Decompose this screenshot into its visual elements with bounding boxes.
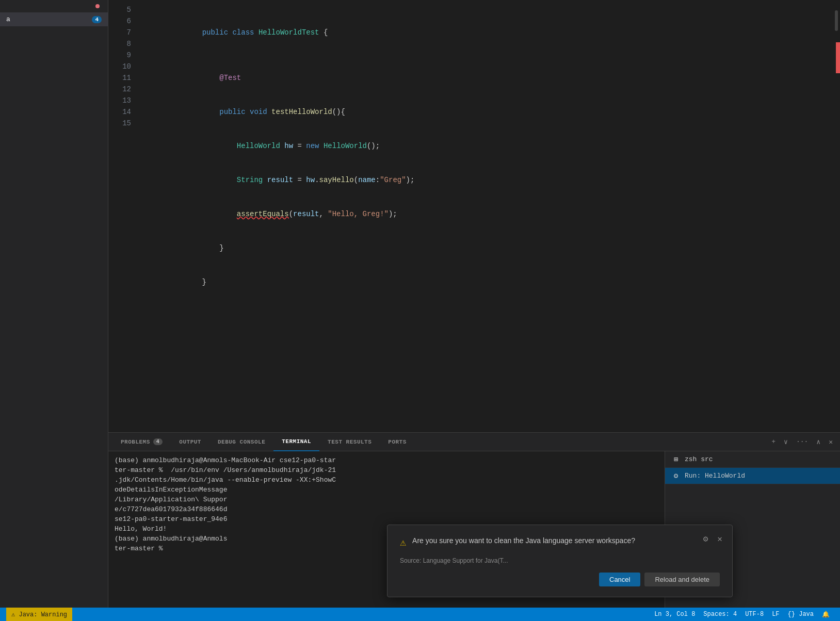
terminal-instance-run[interactable]: ⚙ Run: HelloWorld — [665, 468, 840, 484]
code-line-15 — [139, 299, 833, 310]
tab-debug-console[interactable]: DEBUG CONSOLE — [209, 433, 273, 451]
run-icon: ⚙ — [671, 471, 681, 480]
code-content: public class HelloWorldTest { @Test publ… — [139, 0, 833, 432]
dialog-header: ⚠ Are you sure you want to clean the Jav… — [400, 535, 720, 549]
new-terminal-button[interactable]: + — [768, 436, 779, 448]
tab-ports-label: PORTS — [388, 439, 407, 445]
terminal-instance-zsh[interactable]: ⊞ zsh src — [665, 451, 840, 468]
sidebar-top-dot — [0, 0, 108, 12]
status-encoding-label: UTF-8 — [745, 611, 764, 618]
sidebar-item-label: a — [6, 15, 10, 23]
dialog-buttons: Cancel Reload and delete — [400, 573, 720, 586]
status-spaces-label: Spaces: 4 — [703, 611, 737, 618]
dialog-overlay: ⚙ ✕ ⚠ Are you sure you want to clean the… — [387, 525, 840, 597]
tab-test-results[interactable]: TEST RESULTS — [319, 433, 380, 451]
sidebar: a 4 — [0, 0, 108, 608]
status-bar: ⚠ Java: Warning Ln 3, Col 8 Spaces: 4 UT… — [0, 608, 840, 621]
terminal-line-2: ter-master % /usr/bin/env /Users/anmolbu… — [115, 465, 658, 475]
status-ln-col-label: Ln 3, Col 8 — [654, 611, 695, 618]
status-bell[interactable]: 🔔 — [818, 608, 834, 621]
sidebar-badge: 4 — [92, 16, 102, 23]
line-numbers: 5 6 7 8 9 10 11 12 13 14 15 — [108, 0, 139, 432]
terminal-line-5: /Library/Application\ Suppor — [115, 495, 658, 504]
tab-problems-badge: 4 — [153, 438, 163, 445]
warning-icon: ⚠ — [400, 536, 406, 549]
reload-and-delete-button[interactable]: Reload and delete — [644, 573, 720, 586]
terminal-instance-run-label: Run: HelloWorld — [685, 472, 745, 480]
tab-test-results-label: TEST RESULTS — [328, 439, 371, 445]
terminal-icon: ⊞ — [671, 455, 681, 464]
terminal-line-1: (base) anmolbudhiraja@Anmols-MacBook-Air… — [115, 455, 658, 465]
code-line-13: } — [139, 231, 833, 265]
panel-tab-actions: + ∨ ··· ∧ ✕ — [768, 436, 836, 448]
terminal-line-3: .jdk/Contents/Home/bin/java --enable-pre… — [115, 475, 658, 485]
status-ln-col[interactable]: Ln 3, Col 8 — [650, 608, 699, 621]
tab-output-label: OUTPUT — [179, 439, 201, 445]
dialog-message: Are you sure you want to clean the Java … — [412, 535, 635, 546]
code-line-7 — [139, 50, 833, 61]
tab-terminal-label: TERMINAL — [282, 438, 311, 445]
dot-indicator — [95, 4, 100, 8]
code-line-11: String result = hw.sayHello(name:"Greg")… — [139, 163, 833, 197]
code-line-10: HelloWorld hw = new HelloWorld(); — [139, 129, 833, 163]
status-encoding[interactable]: UTF-8 — [741, 608, 768, 621]
scrollbar-thumb[interactable] — [835, 10, 838, 31]
code-line-12: assertEquals(result, "Hello, Greg!"); — [139, 197, 833, 231]
status-spaces[interactable]: Spaces: 4 — [699, 608, 741, 621]
tab-problems-label: PROBLEMS — [121, 439, 150, 445]
maximize-panel-button[interactable]: ∧ — [813, 436, 823, 448]
close-panel-button[interactable]: ✕ — [826, 436, 836, 448]
status-warning-item[interactable]: ⚠ Java: Warning — [6, 608, 72, 621]
terminal-line-6: e/c7727dea6017932a34f886646d — [115, 504, 658, 514]
dialog-settings-icon[interactable]: ⚙ — [701, 532, 711, 546]
status-right: Ln 3, Col 8 Spaces: 4 UTF-8 LF {} Java 🔔 — [650, 608, 834, 621]
dialog-icons: ⚙ ✕ — [701, 532, 725, 546]
code-line-9: public void testHelloWorld(){ — [139, 95, 833, 129]
status-language[interactable]: {} Java — [784, 608, 818, 621]
status-line-ending[interactable]: LF — [768, 608, 783, 621]
tab-ports[interactable]: PORTS — [380, 433, 415, 451]
code-line-8: @Test — [139, 61, 833, 95]
code-editor: 5 6 7 8 9 10 11 12 13 14 15 public class… — [108, 0, 840, 432]
code-line-14: } — [139, 265, 833, 299]
sidebar-item-a[interactable]: a 4 — [0, 12, 108, 26]
status-line-ending-label: LF — [772, 611, 779, 618]
editor-area: 5 6 7 8 9 10 11 12 13 14 15 public class… — [108, 0, 840, 608]
split-terminal-button[interactable]: ∨ — [781, 436, 791, 448]
status-warning-label: ⚠ Java: Warning — [11, 611, 67, 618]
cancel-button[interactable]: Cancel — [599, 573, 640, 586]
status-language-label: {} Java — [788, 611, 814, 618]
dialog-source: Source: Language Support for Java(T... — [400, 557, 720, 564]
tab-problems[interactable]: PROBLEMS 4 — [112, 433, 171, 451]
minimap-error-bar — [836, 42, 840, 73]
terminal-line-7: se12-pa0-starter-master_94e6 — [115, 514, 658, 524]
dialog-box: ⚙ ✕ ⚠ Are you sure you want to clean the… — [387, 525, 733, 597]
tab-debug-console-label: DEBUG CONSOLE — [218, 439, 265, 445]
panel: PROBLEMS 4 OUTPUT DEBUG CONSOLE TERMINAL… — [108, 432, 840, 608]
code-line-6: public class HelloWorldTest { — [139, 15, 833, 50]
tab-output[interactable]: OUTPUT — [171, 433, 209, 451]
terminal-line-4: odeDetailsInExceptionMessage — [115, 485, 658, 495]
code-line-5 — [139, 4, 833, 15]
tab-terminal[interactable]: TERMINAL — [273, 433, 319, 451]
panel-tabs: PROBLEMS 4 OUTPUT DEBUG CONSOLE TERMINAL… — [108, 433, 840, 451]
dialog-close-icon[interactable]: ✕ — [715, 532, 725, 546]
more-actions-button[interactable]: ··· — [793, 436, 811, 448]
bell-icon: 🔔 — [822, 611, 830, 618]
terminal-instance-zsh-label: zsh src — [685, 455, 713, 463]
dialog-title: Are you sure you want to clean the Java … — [412, 535, 635, 546]
scrollbar-track[interactable] — [833, 0, 840, 432]
